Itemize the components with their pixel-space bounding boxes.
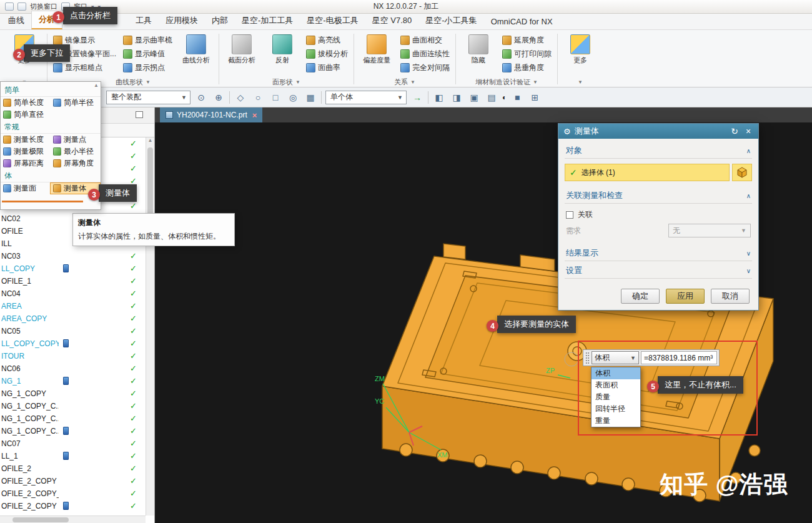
menu-item-screen-angle[interactable]: 屏幕角度 [51, 157, 101, 169]
toolpath-row[interactable]: NC06 ✓ [0, 362, 146, 375]
menu-item-simple-diameter[interactable]: 简单直径 [1, 109, 51, 121]
menu-item-measure-extreme[interactable]: 测量极限 [1, 146, 51, 157]
toolpath-row[interactable]: NC07 ✓ [0, 437, 146, 450]
toolpath-row[interactable]: NC03 ✓ [0, 250, 146, 262]
measure-type-option[interactable]: 重量 [592, 415, 640, 427]
ribbon-tool-button[interactable]: 拔模分析 [304, 48, 350, 60]
associative-checkbox[interactable] [566, 211, 573, 219]
ribbon-tool-button[interactable]: 显示峰值 [121, 48, 174, 60]
ok-button[interactable]: 确定 [621, 289, 660, 304]
snap-center-icon[interactable]: ○ [251, 91, 265, 104]
toolpath-row[interactable]: OFILE_2_COPY ✓ [0, 500, 146, 512]
selection-cube-icon[interactable]: ▦ [304, 91, 317, 104]
measure-type-option[interactable]: 体积 [592, 367, 640, 379]
ribbon-tool-button[interactable]: 显示粗糙点 [51, 62, 118, 74]
wireframe-view-icon[interactable]: ▣ [467, 91, 481, 104]
menu-item-simple-radius[interactable]: 简单半径 [51, 97, 101, 109]
pan-view-icon[interactable]: ⊞ [528, 91, 542, 104]
curve-analysis-button[interactable]: 曲线分析 [177, 31, 215, 64]
fit-view-icon[interactable]: ■ [510, 91, 524, 104]
toolpath-row[interactable]: NC05 ✓ [0, 325, 146, 337]
toolpath-row[interactable]: NG_1_COPY_C... ✓ [0, 400, 146, 412]
section-settings[interactable]: 设置∨ [565, 261, 752, 279]
measure-type-option[interactable]: 质量 [592, 391, 640, 403]
toolpath-row[interactable]: LL_1 ✓ [0, 450, 146, 462]
additive-group-label[interactable]: 增材制造设计验证▼ [460, 77, 553, 87]
requirement-dropdown[interactable]: 无▼ [668, 224, 751, 237]
menu-item-min-radius[interactable]: 最小半径 [51, 146, 101, 157]
ribbon-tool-button[interactable]: 曲面连续性 [399, 48, 452, 60]
tab-curve[interactable]: 曲线 [1, 12, 31, 29]
toolpath-row[interactable]: OFILE_2_COPY_... ✓ [0, 487, 146, 500]
menu-item-simple-length[interactable]: 简单长度 [1, 97, 51, 109]
ribbon-tool-button[interactable]: 延展角度 [500, 34, 553, 46]
ribbon-tool-button[interactable]: 完全对间隔 [399, 62, 452, 74]
scroll-up-icon[interactable]: ▲ [94, 82, 99, 88]
toolpath-row[interactable]: OFILE_1 ✓ [0, 275, 146, 287]
menu-item-measure-point[interactable]: 测量点 [51, 134, 101, 146]
toolpath-row[interactable]: LL_COPY ✓ [0, 262, 146, 275]
snap-point-icon[interactable]: ⊙ [194, 91, 208, 104]
section-analysis-button[interactable]: 截面分析 [223, 31, 260, 64]
toolpath-row[interactable]: NG_1_COPY_C... ✓ [0, 412, 146, 425]
tree-vertical-scrollbar[interactable]: ▲ [146, 137, 154, 516]
menu-item-measure-length[interactable]: 测量长度 [1, 134, 51, 146]
dialog-title-bar[interactable]: ⚙ 测量体 ↻ × [558, 124, 758, 139]
ribbon-tool-button[interactable]: 曲面相交 [399, 34, 452, 46]
menu-item-screen-distance[interactable]: 屏幕距离 [1, 157, 51, 169]
ribbon-tool-button[interactable]: 显示拐点 [121, 62, 174, 74]
face-shape-group-label[interactable]: 面形状▼ [223, 77, 350, 87]
toolpath-row[interactable]: NG_1_COPY_C... ✓ [0, 425, 146, 437]
deviation-gauge-button[interactable]: 偏差度量 [358, 31, 395, 64]
menu-item-measure-face[interactable]: 测量面 [1, 182, 50, 194]
view-orient-icon[interactable]: ◐ [502, 93, 507, 102]
cancel-button[interactable]: 取消 [711, 289, 750, 304]
assembly-scope-combo[interactable]: 整个装配▼ [106, 91, 191, 104]
measure-type-option[interactable]: 回转半径 [592, 403, 640, 415]
tab-xk-v780[interactable]: 星空 V7.80 [365, 12, 419, 29]
measure-type-dropdown[interactable]: 体积▼ [592, 351, 639, 364]
toolpath-row[interactable]: AREA_COPY ✓ [0, 312, 146, 325]
ribbon-tool-button[interactable]: 悬垂角度 [500, 62, 553, 74]
layer-icon[interactable]: ▤ [485, 91, 498, 104]
section-associative-measure[interactable]: 关联测量和检查∧ [565, 186, 752, 204]
snap-mid-icon[interactable]: ◇ [234, 91, 247, 104]
toolpath-row[interactable]: OFILE_2 ✓ [0, 462, 146, 475]
ribbon-tool-button[interactable]: 显示曲率梳 [121, 34, 174, 46]
panel-float-icon[interactable] [136, 111, 143, 118]
hide-button[interactable]: 隐藏 [460, 31, 497, 64]
close-tab-icon[interactable]: × [252, 111, 257, 120]
part-tab[interactable]: YH20047-101-NC.prt × [160, 107, 262, 122]
section-object[interactable]: 对象∧ [565, 141, 752, 159]
tab-application-modules[interactable]: 应用模块 [159, 12, 205, 29]
dialog-reset-icon[interactable]: ↻ [730, 126, 740, 136]
tab-tools[interactable]: 工具 [129, 12, 159, 29]
apply-button[interactable]: 应用 [666, 289, 705, 304]
toolpath-row[interactable]: NG_1 ✓ [0, 375, 146, 387]
render-style-icon[interactable]: ◧ [432, 91, 446, 104]
tab-xk-small-tools[interactable]: 星空-小工具集 [418, 12, 483, 29]
selection-box-icon[interactable]: □ [269, 91, 282, 104]
ribbon-tool-button[interactable]: 可打印间隙 [500, 48, 553, 60]
toolpath-row[interactable]: OFILE_2_COPY ✓ [0, 475, 146, 487]
select-body-field[interactable]: ✓ 选择体 (1) [565, 164, 730, 181]
selection-filter-combo[interactable]: 单个体▼ [325, 91, 407, 104]
toolpath-row[interactable]: AREA ✓ [0, 300, 146, 312]
toolpath-row[interactable]: NG_1_COPY ✓ [0, 387, 146, 400]
shaded-view-icon[interactable]: ◨ [450, 91, 463, 104]
ribbon-tool-button[interactable]: 高亮线 [304, 34, 350, 46]
snap-end-icon[interactable]: ⊕ [212, 91, 225, 104]
toolpath-row[interactable]: NC04 ✓ [0, 287, 146, 300]
tab-xk-electrode-tools[interactable]: 星空-电极工具 [300, 12, 365, 29]
reflection-button[interactable]: 反射 [264, 31, 301, 64]
tab-omnicad[interactable]: OmniCAD for NX [484, 14, 560, 29]
ribbon-tool-button[interactable]: 面曲率 [304, 62, 350, 74]
tab-xk-machining-tools[interactable]: 星空-加工工具 [235, 12, 300, 29]
more-button[interactable]: 更多 [562, 31, 599, 64]
relation-group-label[interactable]: 关系▼ [358, 77, 452, 87]
scrollbar-thumb[interactable] [12, 517, 69, 522]
dialog-close-icon[interactable]: × [743, 126, 753, 136]
selection-sphere-icon[interactable]: ◎ [286, 91, 300, 104]
apply-filter-arrow-icon[interactable]: → [410, 91, 424, 104]
toolpath-row[interactable]: ITOUR ✓ [0, 350, 146, 362]
